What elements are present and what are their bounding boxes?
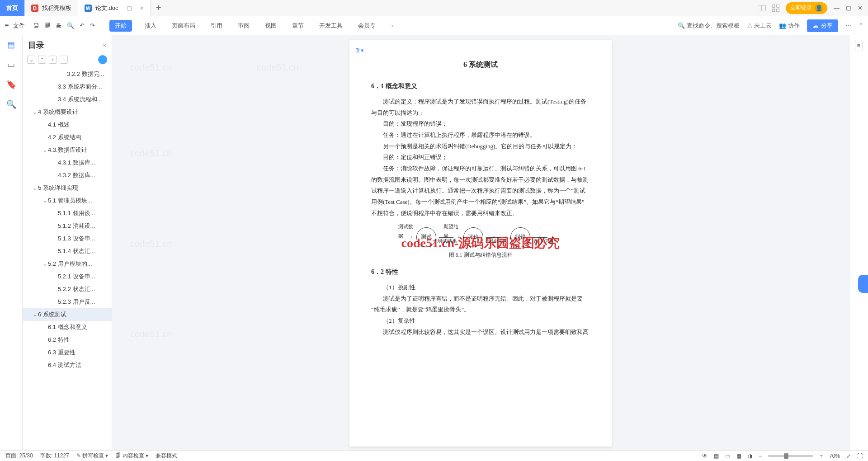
bookmark-icon[interactable]: 🔖 <box>6 80 16 89</box>
zoom-reset-icon[interactable]: ◑ <box>748 453 752 459</box>
outline-item[interactable]: 5.2.3 用户反... <box>23 296 112 308</box>
ribbon-tab-member[interactable]: 会员专 <box>355 20 378 32</box>
tab-document[interactable]: W 论文.doc ▢ × <box>78 0 151 16</box>
new-tab-button[interactable]: + <box>151 0 167 16</box>
status-contentcheck[interactable]: 🗐 内容检查 ▾ <box>115 452 148 460</box>
maximize-icon[interactable]: ▢ <box>846 5 851 11</box>
saveas-icon[interactable]: 🗐 <box>44 22 50 29</box>
layout-icon[interactable] <box>758 5 766 11</box>
thumbnails-icon[interactable]: ▭ <box>7 60 15 70</box>
preview-icon[interactable]: 🔍 <box>67 22 74 29</box>
outline-sync-badge[interactable] <box>98 55 107 64</box>
tab-close-icon[interactable]: × <box>140 5 144 12</box>
outline-item[interactable]: 4.3.2 数据库... <box>23 169 112 182</box>
outline-item[interactable]: ⌄4.3.数据库设计 <box>23 144 112 156</box>
status-compat[interactable]: 兼容模式 <box>156 452 177 460</box>
outline-toggle-icon[interactable]: ▤ <box>7 40 15 50</box>
view-eye-icon[interactable]: 👁 <box>702 453 708 459</box>
outline-add-icon[interactable]: + <box>49 56 57 64</box>
outline-item[interactable]: 4.2 系统结构 <box>23 131 112 144</box>
outline-collapse-all-icon[interactable]: ⌄ <box>27 56 35 64</box>
view-outline-icon[interactable]: ▦ <box>736 453 741 459</box>
cloud-status[interactable]: △ 未上云 <box>747 22 772 30</box>
page-doc-icon[interactable]: 🗎▾ <box>355 45 364 56</box>
ribbon-tab-pagelayout[interactable]: 页面布局 <box>169 20 198 32</box>
panel-toggle-icon[interactable]: ≡ <box>855 40 863 51</box>
undo-icon[interactable]: ↶ <box>80 22 85 29</box>
ribbon-tab-view[interactable]: 视图 <box>262 20 279 32</box>
ribbon-tab-review[interactable]: 审阅 <box>235 20 252 32</box>
fit-width-icon[interactable]: ⤢ <box>846 453 851 459</box>
outline-item-label: 5.2.1 设备申... <box>58 273 95 280</box>
status-spellcheck[interactable]: ✎ 拼写检查 ▾ <box>76 452 108 460</box>
apps-icon[interactable] <box>772 5 779 12</box>
zoom-in-icon[interactable]: + <box>820 453 823 459</box>
ribbon-overflow-icon[interactable]: ⋯ <box>845 22 851 29</box>
outline-remove-icon[interactable]: − <box>60 56 68 64</box>
window-close-icon[interactable]: ✕ <box>858 5 863 11</box>
body-text: 测试的定义：程序测试是为了发现错误而执行程序的过程。测试(Testing)的任务… <box>371 96 590 118</box>
outline-item-label: 3.3 系统界面分... <box>58 83 102 90</box>
zoom-slider[interactable] <box>768 455 813 457</box>
status-page[interactable]: 页面: 25/30 <box>5 452 33 460</box>
outline-item[interactable]: 5.2.1 设备申... <box>23 270 112 283</box>
outline-close-icon[interactable]: × <box>103 42 106 49</box>
outline-item[interactable]: 5.1.4 状态汇... <box>23 245 112 258</box>
fullscreen-icon[interactable]: ⛶ <box>857 453 863 459</box>
ribbon-tab-insert[interactable]: 插入 <box>142 20 159 32</box>
collab-button[interactable]: 👥 协作 <box>779 22 800 30</box>
minimize-icon[interactable]: — <box>834 5 840 11</box>
outline-item[interactable]: 5.2.2 状态汇... <box>23 283 112 296</box>
tab-templates[interactable]: D 找稻壳模板 <box>25 0 78 16</box>
outline-item[interactable]: 6.2 特性 <box>23 334 112 346</box>
outline-item[interactable]: ⌄4 系统概要设计 <box>23 106 112 118</box>
share-button[interactable]: ☁ 分享 <box>807 19 838 32</box>
view-web-icon[interactable]: ▭ <box>725 453 730 459</box>
document-viewport[interactable]: code51.cn code51.cn code51.cn code51.cn … <box>112 35 849 450</box>
search-panel-icon[interactable]: 🔍 <box>6 99 16 109</box>
ribbon-search[interactable]: 🔍 查找命令、搜索模板 <box>678 22 740 30</box>
view-page-icon[interactable]: ▤ <box>714 453 719 459</box>
outline-item[interactable]: 5.1.3 设备申... <box>23 232 112 245</box>
ribbon-right: 🔍 查找命令、搜索模板 △ 未上云 👥 协作 ☁ 分享 ⋯ ⌃ <box>678 19 863 32</box>
login-button[interactable]: 立即登录👤 <box>786 2 827 14</box>
outline-item[interactable]: 5.1.1 领用设... <box>23 207 112 220</box>
zoom-value[interactable]: 70% <box>829 453 840 459</box>
outline-item[interactable]: 6.4 测试方法 <box>23 359 112 372</box>
outline-item[interactable]: 6.1 概念和意义 <box>23 321 112 334</box>
ribbon-tab-chapter[interactable]: 章节 <box>289 20 307 32</box>
wps-doc-icon: W <box>85 5 92 12</box>
tab-screen-icon[interactable]: ▢ <box>127 5 132 11</box>
hamburger-icon[interactable]: ≡ <box>5 22 9 30</box>
ribbon-tab-start[interactable]: 开始 <box>109 20 132 32</box>
flow-node-debug: 纠错 <box>510 227 530 247</box>
outline-item[interactable]: ⌄5 系统详细实现 <box>23 182 112 194</box>
outline-item[interactable]: ⌄5.1 管理员模块... <box>23 194 112 207</box>
outline-item[interactable]: 5.1.2 消耗设... <box>23 220 112 232</box>
print-icon[interactable]: 🖶 <box>56 22 61 29</box>
file-menu[interactable]: 文件 <box>13 22 25 30</box>
heading-6-1: 6．1 概念和意义 <box>371 80 590 93</box>
outline-item[interactable]: 4.1 概述 <box>23 118 112 131</box>
outline-item[interactable]: 4.3.1 数据库... <box>23 156 112 169</box>
bg-watermark: code51.cn <box>130 329 172 339</box>
ribbon-tab-devtools[interactable]: 开发工具 <box>316 20 345 32</box>
save-icon[interactable]: 🖫 <box>33 22 39 29</box>
redo-icon[interactable]: ↷ <box>90 22 95 29</box>
outline-item[interactable]: 6.3 重要性 <box>23 346 112 359</box>
ribbon-tab-reference[interactable]: 引用 <box>208 20 225 32</box>
body-text: 目的：发现程序的错误； <box>371 118 590 130</box>
tab-home[interactable]: 首页 <box>0 0 25 16</box>
outline-item[interactable]: ⌄5.2 用户模块的... <box>23 258 112 270</box>
status-words[interactable]: 字数: 11227 <box>40 452 69 460</box>
outline-item-label: 5.1.1 领用设... <box>58 210 95 216</box>
outline-item[interactable]: ⌄6 系统测试 <box>23 308 112 321</box>
ribbon-more-icon[interactable]: › <box>388 20 396 31</box>
outline-item[interactable]: 3.4 系统流程和... <box>23 93 112 106</box>
zoom-out-icon[interactable]: − <box>759 453 762 459</box>
outline-expand-all-icon[interactable]: ⌃ <box>38 56 46 64</box>
outline-item[interactable]: 3.2.2 数据完... <box>23 68 112 80</box>
feedback-tab[interactable] <box>858 275 868 293</box>
outline-item[interactable]: 3.3 系统界面分... <box>23 80 112 93</box>
ribbon-collapse-icon[interactable]: ⌃ <box>859 22 863 29</box>
